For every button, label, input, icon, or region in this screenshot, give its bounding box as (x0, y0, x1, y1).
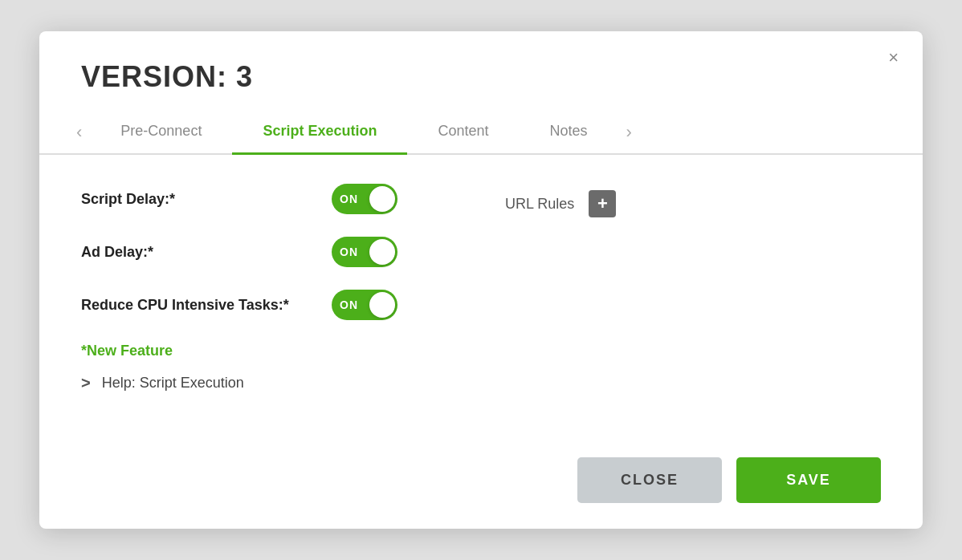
help-chevron-icon: > (81, 374, 91, 392)
tab-script-execution[interactable]: Script Execution (232, 110, 407, 155)
ad-delay-toggle-label: ON (340, 246, 358, 258)
url-rules-row: URL Rules + (505, 190, 616, 217)
script-delay-toggle[interactable]: ON (332, 184, 397, 214)
script-delay-toggle-label: ON (340, 193, 358, 205)
close-button[interactable]: CLOSE (577, 457, 722, 503)
url-rules-label: URL Rules (505, 196, 574, 213)
field-row-ad-delay: Ad Delay:* ON (81, 237, 457, 267)
url-rules-add-button[interactable]: + (589, 190, 616, 217)
script-delay-toggle-knob (369, 186, 395, 212)
left-fields: Script Delay:* ON Ad Delay:* ON Reduce C… (81, 184, 457, 392)
tab-prev-button[interactable]: ‹ (68, 122, 90, 143)
tab-pre-connect[interactable]: Pre-Connect (90, 110, 232, 155)
ad-delay-toggle-knob (369, 239, 395, 265)
reduce-cpu-toggle-label: ON (340, 298, 358, 311)
field-row-reduce-cpu: Reduce CPU Intensive Tasks:* ON (81, 290, 457, 320)
field-row-script-delay: Script Delay:* ON (81, 184, 457, 214)
help-label: Help: Script Execution (102, 375, 244, 392)
ad-delay-toggle[interactable]: ON (332, 237, 397, 267)
modal-close-icon[interactable]: × (882, 46, 905, 70)
reduce-cpu-toggle[interactable]: ON (332, 290, 397, 320)
modal-footer: CLOSE SAVE (39, 443, 923, 529)
tab-notes[interactable]: Notes (519, 110, 618, 155)
tab-next-button[interactable]: › (618, 122, 640, 143)
reduce-cpu-toggle-knob (369, 292, 395, 318)
modal-body: Script Delay:* ON Ad Delay:* ON Reduce C… (39, 155, 923, 443)
tab-content[interactable]: Content (407, 110, 519, 155)
right-fields: URL Rules + (505, 184, 881, 392)
reduce-cpu-label: Reduce CPU Intensive Tasks:* (81, 297, 306, 314)
tabs-row: ‹ Pre-Connect Script Execution Content N… (39, 110, 923, 155)
save-button[interactable]: SAVE (736, 457, 881, 503)
ad-delay-label: Ad Delay:* (81, 244, 306, 261)
new-feature-text: *New Feature (81, 343, 457, 359)
script-delay-label: Script Delay:* (81, 191, 306, 208)
help-row[interactable]: > Help: Script Execution (81, 374, 457, 392)
modal-title: VERSION: 3 (39, 31, 923, 110)
modal-dialog: × VERSION: 3 ‹ Pre-Connect Script Execut… (39, 31, 923, 529)
fields-section: Script Delay:* ON Ad Delay:* ON Reduce C… (81, 184, 881, 392)
